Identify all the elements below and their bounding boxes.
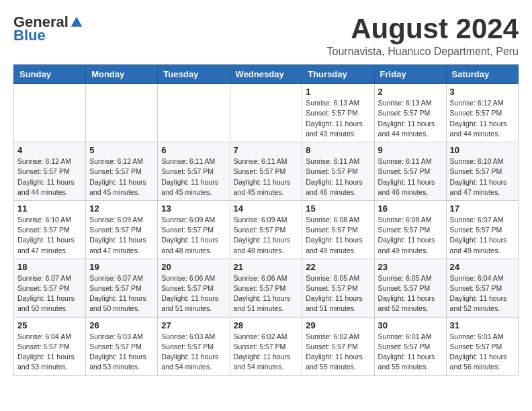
calendar-cell: 6Sunrise: 6:11 AMSunset: 5:57 PMDaylight… — [158, 142, 230, 201]
calendar-cell: 4Sunrise: 6:12 AMSunset: 5:57 PMDaylight… — [14, 142, 86, 201]
calendar-cell: 12Sunrise: 6:09 AMSunset: 5:57 PMDayligh… — [86, 200, 158, 259]
logo-icon — [70, 15, 83, 29]
day-number: 10 — [450, 145, 515, 155]
day-number: 9 — [378, 145, 443, 155]
day-info: Sunrise: 6:10 AMSunset: 5:57 PMDaylight:… — [450, 156, 515, 197]
day-number: 20 — [161, 262, 226, 272]
calendar-cell: 16Sunrise: 6:08 AMSunset: 5:57 PMDayligh… — [374, 200, 446, 259]
day-info: Sunrise: 6:12 AMSunset: 5:57 PMDaylight:… — [89, 156, 154, 197]
weekday-header-monday: Monday — [86, 65, 158, 84]
calendar-cell: 10Sunrise: 6:10 AMSunset: 5:57 PMDayligh… — [446, 142, 518, 201]
week-row-4: 18Sunrise: 6:07 AMSunset: 5:57 PMDayligh… — [14, 259, 519, 317]
calendar-cell: 18Sunrise: 6:07 AMSunset: 5:57 PMDayligh… — [14, 259, 86, 317]
day-number: 5 — [89, 145, 154, 155]
calendar-cell: 17Sunrise: 6:07 AMSunset: 5:57 PMDayligh… — [446, 200, 518, 259]
calendar-cell: 13Sunrise: 6:09 AMSunset: 5:57 PMDayligh… — [158, 200, 230, 259]
calendar-cell: 30Sunrise: 6:01 AMSunset: 5:57 PMDayligh… — [374, 317, 446, 375]
calendar-cell: 29Sunrise: 6:02 AMSunset: 5:57 PMDayligh… — [302, 317, 374, 375]
day-info: Sunrise: 6:13 AMSunset: 5:57 PMDaylight:… — [306, 98, 370, 139]
day-number: 11 — [17, 203, 82, 214]
day-info: Sunrise: 6:12 AMSunset: 5:57 PMDaylight:… — [450, 98, 515, 139]
day-number: 18 — [17, 262, 82, 272]
calendar-cell: 8Sunrise: 6:11 AMSunset: 5:57 PMDaylight… — [302, 142, 374, 201]
day-info: Sunrise: 6:05 AMSunset: 5:57 PMDaylight:… — [306, 273, 370, 314]
day-number: 12 — [89, 203, 154, 214]
day-info: Sunrise: 6:04 AMSunset: 5:57 PMDaylight:… — [17, 332, 82, 373]
day-number: 24 — [450, 262, 515, 272]
day-number: 3 — [450, 87, 515, 97]
week-row-1: 1Sunrise: 6:13 AMSunset: 5:57 PMDaylight… — [14, 84, 519, 142]
day-info: Sunrise: 6:02 AMSunset: 5:57 PMDaylight:… — [234, 332, 299, 373]
day-number: 15 — [306, 203, 370, 214]
calendar-cell: 9Sunrise: 6:11 AMSunset: 5:57 PMDaylight… — [374, 142, 446, 201]
weekday-header-tuesday: Tuesday — [158, 65, 230, 84]
day-number: 30 — [378, 320, 443, 330]
day-number: 6 — [161, 145, 226, 155]
day-info: Sunrise: 6:04 AMSunset: 5:57 PMDaylight:… — [450, 273, 515, 314]
day-number: 23 — [378, 262, 443, 272]
day-number: 7 — [234, 145, 299, 155]
day-number: 29 — [306, 320, 370, 330]
day-number: 22 — [306, 262, 370, 272]
day-info: Sunrise: 6:09 AMSunset: 5:57 PMDaylight:… — [234, 215, 299, 256]
day-number: 16 — [378, 203, 443, 214]
calendar-cell: 22Sunrise: 6:05 AMSunset: 5:57 PMDayligh… — [302, 259, 374, 317]
svg-marker-0 — [71, 17, 83, 27]
day-number: 27 — [161, 320, 226, 330]
calendar-table: SundayMondayTuesdayWednesdayThursdayFrid… — [13, 64, 519, 375]
calendar-cell: 5Sunrise: 6:12 AMSunset: 5:57 PMDaylight… — [86, 142, 158, 201]
day-info: Sunrise: 6:03 AMSunset: 5:57 PMDaylight:… — [89, 332, 154, 373]
day-info: Sunrise: 6:11 AMSunset: 5:57 PMDaylight:… — [378, 156, 443, 197]
logo-blue-text: Blue — [13, 27, 46, 44]
day-number: 14 — [234, 203, 299, 214]
calendar-cell: 2Sunrise: 6:13 AMSunset: 5:57 PMDaylight… — [374, 84, 446, 142]
week-row-2: 4Sunrise: 6:12 AMSunset: 5:57 PMDaylight… — [14, 142, 519, 201]
day-number: 1 — [306, 87, 370, 97]
title-block: August 2024 Tournavista, Huanuco Departm… — [327, 13, 519, 58]
calendar-cell: 19Sunrise: 6:07 AMSunset: 5:57 PMDayligh… — [86, 259, 158, 317]
weekday-header-friday: Friday — [374, 65, 446, 84]
calendar-cell — [86, 84, 158, 142]
calendar-cell: 23Sunrise: 6:05 AMSunset: 5:57 PMDayligh… — [374, 259, 446, 317]
day-info: Sunrise: 6:06 AMSunset: 5:57 PMDaylight:… — [234, 273, 299, 314]
day-info: Sunrise: 6:07 AMSunset: 5:57 PMDaylight:… — [450, 215, 515, 256]
day-number: 13 — [161, 203, 226, 214]
calendar-cell: 14Sunrise: 6:09 AMSunset: 5:57 PMDayligh… — [230, 200, 302, 259]
day-info: Sunrise: 6:11 AMSunset: 5:57 PMDaylight:… — [234, 156, 299, 197]
day-info: Sunrise: 6:05 AMSunset: 5:57 PMDaylight:… — [378, 273, 443, 314]
calendar-cell: 20Sunrise: 6:06 AMSunset: 5:57 PMDayligh… — [158, 259, 230, 317]
week-row-5: 25Sunrise: 6:04 AMSunset: 5:57 PMDayligh… — [14, 317, 519, 375]
logo: General Blue — [13, 13, 83, 44]
calendar-cell: 3Sunrise: 6:12 AMSunset: 5:57 PMDaylight… — [446, 84, 518, 142]
day-number: 4 — [17, 145, 82, 155]
day-info: Sunrise: 6:08 AMSunset: 5:57 PMDaylight:… — [378, 215, 443, 256]
day-info: Sunrise: 6:02 AMSunset: 5:57 PMDaylight:… — [306, 332, 370, 373]
day-number: 2 — [378, 87, 443, 97]
calendar-cell: 28Sunrise: 6:02 AMSunset: 5:57 PMDayligh… — [230, 317, 302, 375]
day-number: 25 — [17, 320, 82, 330]
day-info: Sunrise: 6:13 AMSunset: 5:57 PMDaylight:… — [378, 98, 443, 139]
calendar-cell: 11Sunrise: 6:10 AMSunset: 5:57 PMDayligh… — [14, 200, 86, 259]
calendar-cell: 21Sunrise: 6:06 AMSunset: 5:57 PMDayligh… — [230, 259, 302, 317]
page-header: General Blue August 2024 Tournavista, Hu… — [13, 13, 519, 58]
day-number: 31 — [450, 320, 515, 330]
day-number: 8 — [306, 145, 370, 155]
day-info: Sunrise: 6:01 AMSunset: 5:57 PMDaylight:… — [450, 332, 515, 373]
day-number: 17 — [450, 203, 515, 214]
calendar-cell: 24Sunrise: 6:04 AMSunset: 5:57 PMDayligh… — [446, 259, 518, 317]
weekday-header-saturday: Saturday — [446, 65, 518, 84]
weekday-header-thursday: Thursday — [302, 65, 374, 84]
calendar-cell: 26Sunrise: 6:03 AMSunset: 5:57 PMDayligh… — [86, 317, 158, 375]
location-subtitle: Tournavista, Huanuco Department, Peru — [327, 46, 519, 58]
calendar-cell: 31Sunrise: 6:01 AMSunset: 5:57 PMDayligh… — [446, 317, 518, 375]
weekday-header-row: SundayMondayTuesdayWednesdayThursdayFrid… — [14, 65, 519, 84]
day-info: Sunrise: 6:07 AMSunset: 5:57 PMDaylight:… — [17, 273, 82, 314]
day-number: 26 — [89, 320, 154, 330]
calendar-cell: 1Sunrise: 6:13 AMSunset: 5:57 PMDaylight… — [302, 84, 374, 142]
day-info: Sunrise: 6:08 AMSunset: 5:57 PMDaylight:… — [306, 215, 370, 256]
day-info: Sunrise: 6:11 AMSunset: 5:57 PMDaylight:… — [306, 156, 370, 197]
day-info: Sunrise: 6:10 AMSunset: 5:57 PMDaylight:… — [17, 215, 82, 256]
calendar-cell: 27Sunrise: 6:03 AMSunset: 5:57 PMDayligh… — [158, 317, 230, 375]
calendar-cell: 25Sunrise: 6:04 AMSunset: 5:57 PMDayligh… — [14, 317, 86, 375]
calendar-cell — [230, 84, 302, 142]
